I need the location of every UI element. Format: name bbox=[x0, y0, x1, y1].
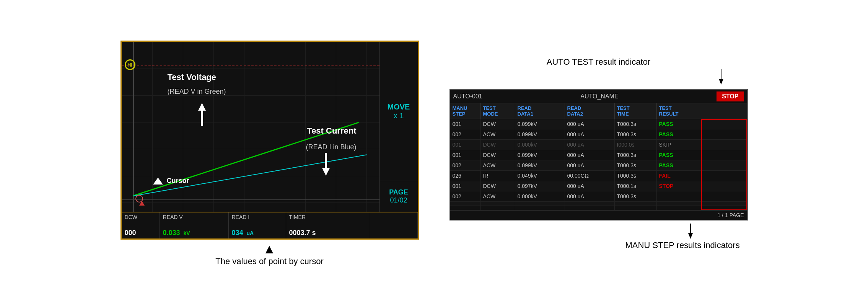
status-read-i: READ I 034 uA bbox=[229, 212, 286, 238]
table-stop-badge: STOP bbox=[717, 91, 744, 101]
cell-manu-step: 001 bbox=[450, 181, 481, 191]
cell-manu-step: 026 bbox=[450, 171, 481, 181]
status-mode-value: 000 bbox=[125, 229, 156, 237]
graph-page-label: PAGE bbox=[389, 188, 408, 196]
table-row: 026 IR 0.049kV 60.00GΩ T000.3s FAIL bbox=[450, 171, 747, 181]
cursor-circle bbox=[135, 195, 143, 202]
cell-manu-step: 001 bbox=[450, 119, 481, 129]
cursor-label: Cursor bbox=[152, 177, 189, 185]
cell-result: PASS bbox=[657, 119, 703, 129]
status-read-i-header: READ I bbox=[232, 214, 283, 220]
cell-read-data2: 000 uA bbox=[565, 129, 615, 139]
caption-arrow-up bbox=[265, 246, 273, 253]
table-col-headers: MANUSTEP TESTMODE READDATA1 READDATA2 TE… bbox=[450, 103, 747, 119]
cell-manu-step: 002 bbox=[450, 160, 481, 170]
cell-read-data1: 0.000kV bbox=[515, 140, 565, 150]
manu-step-arrow bbox=[449, 224, 694, 239]
table-top-header: AUTO-001 AUTO_NAME STOP bbox=[450, 90, 747, 103]
cell-read-data2: 000 uA bbox=[565, 160, 615, 170]
cell-read-data1: 0.049kV bbox=[515, 171, 565, 181]
svg-marker-1 bbox=[153, 178, 163, 185]
move-label: MOVE bbox=[388, 103, 410, 111]
graph-caption: The values of point by cursor bbox=[215, 256, 323, 266]
current-arrow bbox=[318, 153, 334, 177]
cell-test-time: T000.3s bbox=[615, 171, 657, 181]
graph-panel: HI Test Voltage (READ V in Green) bbox=[121, 41, 419, 240]
col-header-read-data1: READDATA1 bbox=[515, 103, 565, 119]
graph-sidebar: MOVE x 1 PAGE 01/02 bbox=[379, 42, 418, 212]
cell-test-time: T000.3s bbox=[615, 129, 657, 139]
manu-step-label: MANU STEP results indicators bbox=[449, 240, 740, 250]
cell-test-time bbox=[615, 202, 657, 206]
table-row: 001 DCW 0.097kV 000 uA T000.1s STOP bbox=[450, 181, 747, 191]
svg-marker-0 bbox=[198, 103, 206, 126]
cell-read-data2: 000 uA bbox=[565, 181, 615, 191]
cell-test-time: T000.1s bbox=[615, 181, 657, 191]
cell-test-mode: ACW bbox=[481, 191, 515, 201]
cell-test-time: T000.3s bbox=[615, 119, 657, 129]
col-header-test-result: TESTRESULT bbox=[657, 103, 703, 119]
cell-test-time: T000.3s bbox=[615, 191, 657, 201]
left-section: HI Test Voltage (READ V in Green) bbox=[121, 41, 419, 266]
table-auto-id: AUTO-001 bbox=[453, 93, 482, 100]
table-page-row: 1 / 1 PAGE bbox=[450, 210, 747, 220]
status-mode: DCW 000 bbox=[122, 212, 160, 238]
svg-marker-2 bbox=[322, 153, 330, 176]
table-row: 002 ACW 0.000kV 000 uA T000.3s bbox=[450, 191, 747, 202]
cell-result: STOP bbox=[657, 181, 703, 191]
col-header-test-mode: TESTMODE bbox=[481, 103, 515, 119]
cell-read-data1: 0.099kV bbox=[515, 119, 565, 129]
hi-limit-line bbox=[122, 65, 379, 65]
graph-canvas: HI Test Voltage (READ V in Green) bbox=[122, 42, 379, 212]
cell-read-data1: 0.097kV bbox=[515, 181, 565, 191]
table-rows: 001 DCW 0.099kV 000 uA T000.3s PASS 002 … bbox=[450, 119, 747, 210]
table-row: 001 DCW 0.000kV 000 uA I000.0s SKIP bbox=[450, 140, 747, 150]
cell-read-data1: 0.099kV bbox=[515, 129, 565, 139]
status-read-v-value: 0.033 kV bbox=[163, 229, 225, 237]
cell-read-data2: 000 uA bbox=[565, 119, 615, 129]
table-row: 002 ACW 0.099kV 000 uA T000.3s PASS bbox=[450, 160, 747, 171]
cell-test-mode bbox=[481, 202, 515, 206]
svg-marker-6 bbox=[688, 233, 693, 239]
table-panel: AUTO-001 AUTO_NAME STOP MANUSTEP TESTMOD… bbox=[449, 89, 748, 220]
cell-test-mode: IR bbox=[481, 171, 515, 181]
cell-result: PASS bbox=[657, 150, 703, 160]
cell-result bbox=[657, 202, 703, 206]
cell-manu-step: 001 bbox=[450, 140, 481, 150]
cell-read-data1 bbox=[515, 202, 565, 206]
col-header-test-time: TESTTIME bbox=[615, 103, 657, 119]
graph-main: HI Test Voltage (READ V in Green) bbox=[122, 42, 418, 212]
cell-test-mode: DCW bbox=[481, 181, 515, 191]
axis-horizontal bbox=[122, 199, 379, 200]
auto-test-annotation: AUTO TEST result indicator bbox=[449, 57, 748, 85]
table-page-label-text: PAGE bbox=[730, 212, 744, 218]
graph-page-value: 01/02 bbox=[390, 196, 407, 204]
table-data-container: 001 DCW 0.099kV 000 uA T000.3s PASS 002 … bbox=[450, 119, 747, 210]
status-timer: TIMER 0003.7 s bbox=[286, 212, 370, 238]
table-row: 002 ACW 0.099kV 000 uA T000.3s PASS bbox=[450, 129, 747, 140]
test-voltage-label: Test Voltage bbox=[168, 72, 217, 82]
cell-read-data2: 60.00GΩ bbox=[565, 171, 615, 181]
status-empty bbox=[370, 212, 418, 238]
cell-test-mode: DCW bbox=[481, 150, 515, 160]
cell-result: FAIL bbox=[657, 171, 703, 181]
cell-manu-step: 002 bbox=[450, 191, 481, 201]
manu-step-annotation: MANU STEP results indicators bbox=[449, 224, 748, 250]
cell-manu-step bbox=[450, 202, 481, 206]
voltage-arrow bbox=[194, 103, 210, 127]
cell-result: PASS bbox=[657, 160, 703, 170]
cell-read-data2: 000 uA bbox=[565, 140, 615, 150]
cell-result: PASS bbox=[657, 129, 703, 139]
graph-page: PAGE 01/02 bbox=[380, 181, 418, 212]
table-row: 001 DCW 0.099kV 000 uA T000.3s PASS bbox=[450, 150, 747, 160]
cell-test-mode bbox=[481, 206, 515, 210]
cell-test-mode: DCW bbox=[481, 119, 515, 129]
table-row bbox=[450, 202, 747, 206]
cell-manu-step bbox=[450, 206, 481, 210]
table-page-value: 1 / 1 bbox=[717, 212, 728, 218]
table-row bbox=[450, 206, 747, 210]
cell-test-mode: ACW bbox=[481, 160, 515, 170]
table-wrapper: AUTO-001 AUTO_NAME STOP MANUSTEP TESTMOD… bbox=[449, 89, 748, 220]
status-timer-header: TIMER bbox=[289, 214, 367, 220]
cell-test-time: I000.0s bbox=[615, 140, 657, 150]
